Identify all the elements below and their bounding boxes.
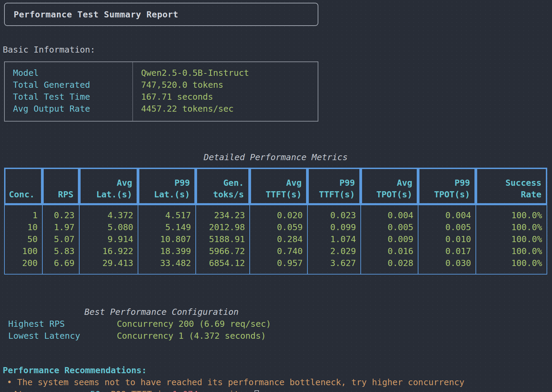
cell-conc: 50	[4, 233, 42, 245]
cell-success-rate: 100.0%	[476, 257, 547, 275]
best-performance-value: Concurrency 1 (4.372 seconds)	[117, 330, 266, 342]
cell-rps: 6.69	[42, 257, 79, 275]
best-performance-section: Best Performance Configuration Highest R…	[0, 306, 552, 342]
cell-p99-tpot: 0.004	[418, 205, 476, 221]
cell-avg-tpot: 0.016	[361, 245, 418, 257]
partial-fragment: At concurrency	[13, 389, 90, 392]
recommendations-section: Performance Recommendations: • The syste…	[3, 364, 552, 392]
cell-avg-lat: 16.922	[79, 245, 138, 257]
cell-gen-toks: 234.23	[196, 205, 250, 221]
column-header-p99-latency: P99 Lat.(s)	[138, 168, 196, 205]
cell-avg-lat: 5.080	[79, 221, 138, 233]
cell-rps: 1.97	[42, 221, 79, 233]
table-row: 50 5.07 9.914 10.807 5188.91 0.284 1.074…	[4, 233, 547, 245]
cell-gen-toks: 2012.98	[196, 221, 250, 233]
cell-avg-ttft: 0.284	[250, 233, 307, 245]
basic-information-heading: Basic Information:	[3, 45, 552, 55]
cell-avg-ttft: 0.020	[250, 205, 307, 221]
metrics-table-title: Detailed Performance Metrics	[4, 152, 547, 163]
cell-success-rate: 100.0%	[476, 245, 547, 257]
cell-avg-tpot: 0.004	[361, 205, 418, 221]
cell-gen-toks: 6854.12	[196, 257, 250, 275]
basic-information-table: Model Total Generated Total Test Time Av…	[4, 61, 318, 122]
basic-info-label: Model	[13, 67, 133, 79]
basic-info-value: 4457.22 tokens/sec	[141, 103, 318, 115]
basic-info-values-column: Qwen2.5-0.5B-Instruct 747,520.0 tokens 1…	[133, 62, 318, 121]
cell-avg-ttft: 0.059	[250, 221, 307, 233]
best-performance-row: Lowest Latency Concurrency 1 (4.372 seco…	[0, 330, 552, 342]
terminal-cursor	[254, 390, 259, 392]
best-performance-row: Highest RPS Concurrency 200 (6.69 req/se…	[0, 318, 552, 330]
best-performance-label: Highest RPS	[8, 318, 117, 330]
cell-p99-ttft: 2.029	[307, 245, 361, 257]
cell-avg-lat: 9.914	[79, 233, 138, 245]
cell-avg-ttft: 0.740	[250, 245, 307, 257]
cell-p99-ttft: 3.627	[307, 257, 361, 275]
column-header-p99-ttft: P99 TTFT(s)	[307, 168, 361, 205]
basic-info-value: 747,520.0 tokens	[141, 79, 318, 91]
cell-p99-lat: 10.807	[138, 233, 196, 245]
partial-fragment: , monitor	[203, 389, 249, 392]
cell-p99-tpot: 0.005	[418, 221, 476, 233]
column-header-avg-latency: Avg Lat.(s)	[79, 168, 138, 205]
cell-rps: 5.83	[42, 245, 79, 257]
partial-fragment: , P99 TTFT is	[100, 389, 172, 392]
cell-rps: 0.23	[42, 205, 79, 221]
cell-avg-tpot: 0.009	[361, 233, 418, 245]
recommendations-heading: Performance Recommendations:	[3, 364, 552, 376]
cell-rps: 5.07	[42, 233, 79, 245]
basic-info-labels-column: Model Total Generated Total Test Time Av…	[5, 62, 133, 121]
column-header-success-rate: Success Rate	[476, 168, 547, 205]
cell-avg-ttft: 0.957	[250, 257, 307, 275]
cell-success-rate: 100.0%	[476, 221, 547, 233]
cell-p99-ttft: 0.099	[307, 221, 361, 233]
column-header-avg-ttft: Avg TTFT(s)	[250, 168, 307, 205]
column-header-p99-tpot: P99 TPOT(s)	[418, 168, 476, 205]
cell-conc: 200	[4, 257, 42, 275]
table-row: 200 6.69 29.413 33.482 6854.12 0.957 3.6…	[4, 257, 547, 275]
cell-avg-lat: 4.372	[79, 205, 138, 221]
partial-fragment: 50	[90, 389, 100, 392]
cell-conc: 1	[4, 205, 42, 221]
basic-info-label: Total Generated	[13, 79, 133, 91]
partial-fragment: ▲	[3, 389, 13, 392]
report-title-panel: Performance Test Summary Report	[4, 3, 318, 26]
cell-gen-toks: 5966.72	[196, 245, 250, 257]
cell-avg-lat: 29.413	[79, 257, 138, 275]
cell-p99-tpot: 0.010	[418, 233, 476, 245]
best-performance-value: Concurrency 200 (6.69 req/sec)	[117, 318, 271, 330]
cell-p99-lat: 18.399	[138, 245, 196, 257]
report-title: Performance Test Summary Report	[14, 10, 178, 19]
cell-p99-ttft: 1.074	[307, 233, 361, 245]
cell-avg-tpot: 0.028	[361, 257, 418, 275]
partial-fragment: 1.074s	[172, 389, 203, 392]
best-performance-label: Lowest Latency	[8, 330, 117, 342]
table-row: 10 1.97 5.080 5.149 2012.98 0.059 0.099 …	[4, 221, 547, 233]
column-header-gen-toks: Gen. toks/s	[196, 168, 250, 205]
cell-conc: 10	[4, 221, 42, 233]
cell-p99-lat: 5.149	[138, 221, 196, 233]
cell-p99-lat: 4.517	[138, 205, 196, 221]
cell-avg-tpot: 0.005	[361, 221, 418, 233]
column-header-concurrency: Conc.	[4, 168, 42, 205]
table-row: 1 0.23 4.372 4.517 234.23 0.020 0.023 0.…	[4, 205, 547, 221]
basic-info-value: 167.71 seconds	[141, 91, 318, 103]
metrics-table-header: Conc. RPS Avg Lat.(s) P99 Lat.(s) Gen. t…	[4, 168, 547, 205]
column-header-rps: RPS	[42, 168, 79, 205]
cell-p99-lat: 33.482	[138, 257, 196, 275]
recommendation-item-partial: ▲ At concurrency 50, P99 TTFT is 1.074s,…	[3, 388, 552, 392]
recommendation-item: • The system seems not to have reached i…	[3, 376, 552, 388]
cell-p99-ttft: 0.023	[307, 205, 361, 221]
table-row: 100 5.83 16.922 18.399 5966.72 0.740 2.0…	[4, 245, 547, 257]
cell-success-rate: 100.0%	[476, 205, 547, 221]
cell-success-rate: 100.0%	[476, 233, 547, 245]
cell-p99-tpot: 0.017	[418, 245, 476, 257]
performance-metrics-table: Conc. RPS Avg Lat.(s) P99 Lat.(s) Gen. t…	[4, 168, 547, 275]
cell-gen-toks: 5188.91	[196, 233, 250, 245]
column-header-avg-tpot: Avg TPOT(s)	[361, 168, 418, 205]
terminal-screen: { "page": { "title": "Performance Test S…	[0, 0, 552, 392]
cell-conc: 100	[4, 245, 42, 257]
basic-info-label: Avg Output Rate	[13, 103, 133, 115]
cell-p99-tpot: 0.030	[418, 257, 476, 275]
best-performance-title: Best Performance Configuration	[84, 306, 552, 318]
